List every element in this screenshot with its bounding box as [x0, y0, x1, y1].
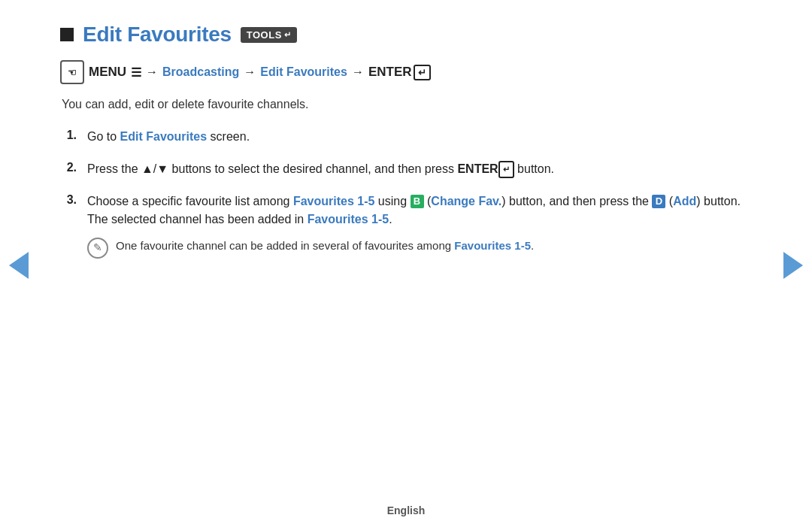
menu-label: MENU: [89, 65, 126, 80]
note-content: One favourite channel can be added in se…: [116, 237, 534, 254]
tools-badge: TOOLS ↵: [241, 27, 298, 43]
blue-d-button: D: [652, 195, 665, 208]
arrow-1: →: [146, 65, 158, 79]
breadcrumb-edit-favourites: Edit Favourites: [260, 65, 347, 79]
footer: English: [0, 504, 812, 516]
step-3-fav-link-2: Favourites 1-5: [308, 213, 389, 226]
note-icon: ✎: [87, 238, 108, 259]
title-row: Edit Favourites TOOLS ↵: [60, 23, 752, 47]
page-description: You can add, edit or delete favourite ch…: [62, 98, 752, 111]
step-3-content: Choose a specific favourite list among F…: [87, 192, 752, 259]
step-1-content: Go to Edit Favourites screen.: [87, 128, 250, 147]
step-2-number: 2.: [60, 160, 77, 174]
step-2: 2. Press the ▲/▼ buttons to select the d…: [60, 160, 752, 179]
step-3: 3. Choose a specific favourite list amon…: [60, 192, 752, 259]
add-link: Add: [673, 195, 696, 207]
hand-icon: ☜: [68, 67, 77, 78]
step-3-number: 3.: [60, 192, 77, 207]
step-2-content: Press the ▲/▼ buttons to select the desi…: [87, 160, 554, 179]
language-label: English: [387, 504, 426, 516]
breadcrumb-broadcasting: Broadcasting: [162, 65, 239, 79]
step-2-enter-icon: ↵: [498, 161, 514, 178]
page-title: Edit Favourites: [83, 23, 232, 47]
arrow-3: →: [352, 65, 364, 79]
tools-arrow-icon: ↵: [284, 30, 292, 40]
green-b-button: B: [411, 195, 424, 208]
steps-list: 1. Go to Edit Favourites screen. 2. Pres…: [60, 128, 752, 259]
note-fav-link: Favourites 1-5: [454, 239, 531, 252]
step-1-link: Edit Favourites: [120, 130, 208, 143]
menu-icon: ☜: [60, 60, 84, 84]
note: ✎ One favourite channel can be added in …: [87, 237, 752, 259]
step-3-fav-link: Favourites 1-5: [293, 195, 374, 207]
step-2-enter-label: ENTER↵: [457, 162, 514, 175]
tools-label: TOOLS: [247, 29, 282, 41]
enter-box-icon: ↵: [414, 65, 431, 80]
arrow-2: →: [244, 65, 256, 79]
enter-label: ENTER↵: [368, 65, 431, 80]
breadcrumb-separator-1: ☰: [131, 65, 141, 80]
enter-text: ENTER: [368, 65, 412, 80]
step-1: 1. Go to Edit Favourites screen.: [60, 128, 752, 147]
change-fav-link: Change Fav.: [431, 195, 501, 207]
step-1-number: 1.: [60, 128, 77, 142]
breadcrumb: ☜ MENU ☰ → Broadcasting → Edit Favourite…: [60, 60, 752, 84]
title-square-icon: [60, 28, 74, 41]
